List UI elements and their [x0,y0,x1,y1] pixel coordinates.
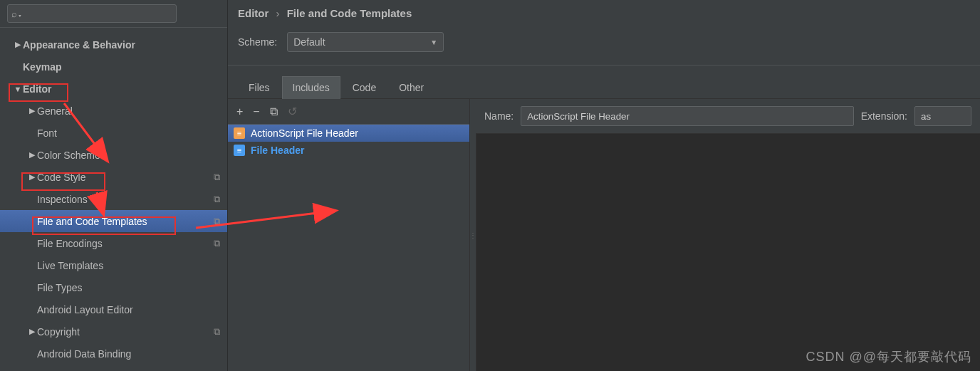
expand-icon: ▶ [27,150,37,160]
undo-button[interactable]: ↺ [288,105,297,118]
extension-label: Extension: [861,110,907,122]
sidebar-item-android-data-binding[interactable]: Android Data Binding [0,343,227,365]
sidebar-item-file-encodings[interactable]: File Encodings⧉ [0,232,227,254]
search-icon: ⌕▾ [11,9,23,19]
tab-other[interactable]: Other [388,76,434,98]
template-list: ≡ActionScript File Header≡File Header [228,125,469,371]
sidebar-item-label: Font [37,127,57,139]
search-input[interactable] [7,4,177,23]
sidebar-item-label: Live Templates [37,260,103,271]
expand-icon: ▶ [27,172,37,182]
breadcrumb-root[interactable]: Editor [238,7,269,19]
sidebar-item-color-scheme[interactable]: ▶Color Scheme [0,144,227,166]
detail-panel: Name: Extension: [476,99,980,371]
expand-icon: ▼ [13,85,23,93]
tab-files[interactable]: Files [238,76,281,98]
sidebar-item-editor[interactable]: ▼Editor [0,78,227,100]
sidebar-item-keymap[interactable]: Keymap [0,56,227,78]
sidebar-item-inspections[interactable]: Inspections⧉ [0,188,227,210]
name-input[interactable] [521,106,853,126]
expand-icon: ▶ [27,106,37,115]
sidebar-item-label: Editor [23,83,51,95]
extension-input[interactable] [914,106,971,126]
sidebar-item-copyright[interactable]: ▶Copyright⧉ [0,320,227,343]
breadcrumb: Editor › File and Code Templates [228,0,980,29]
file-name: ActionScript File Header [251,127,358,139]
sidebar-item-label: File Types [37,282,83,293]
settings-tree: ▶Appearance & BehaviorKeymap▼Editor▶Gene… [0,28,227,371]
sidebar-item-android-layout-editor[interactable]: Android Layout Editor [0,298,227,320]
sidebar-item-label: Android Layout Editor [37,304,133,315]
sidebar-item-label: Code Style [37,172,85,183]
file-icon: ≡ [234,127,245,139]
expand-icon: ▶ [13,40,23,49]
file-icon: ≡ [234,145,245,156]
tab-code[interactable]: Code [342,76,387,98]
copy-button[interactable]: ⧉ [270,105,278,118]
sidebar-item-label: General [37,105,73,117]
list-item[interactable]: ≡File Header [228,142,469,159]
settings-sidebar: ⌕▾ ▶Appearance & BehaviorKeymap▼Editor▶G… [0,0,228,371]
expand-icon: ▶ [27,327,37,336]
scope-icon: ⧉ [214,326,220,338]
chevron-right-icon: › [272,7,284,19]
scope-icon: ⧉ [214,238,220,249]
sidebar-item-label: File and Code Templates [37,216,147,227]
search-wrap: ⌕▾ [7,4,220,23]
sidebar-item-label: Color Scheme [37,150,100,161]
toolbar: + − ⧉ ↺ [228,99,469,125]
scope-icon: ⧉ [214,194,220,205]
sidebar-item-label: Inspections [37,194,88,205]
template-editor[interactable] [476,134,980,371]
name-label: Name: [484,110,514,122]
sidebar-item-general[interactable]: ▶General [0,100,227,122]
list-item[interactable]: ≡ActionScript File Header [228,125,469,142]
scheme-label: Scheme: [238,36,277,48]
main-panel: Editor › File and Code Templates Scheme:… [228,0,980,371]
add-button[interactable]: + [236,105,243,118]
scheme-select[interactable]: Default ▼ [287,32,444,52]
sidebar-item-label: Copyright [37,326,80,338]
sidebar-item-label: Keymap [23,61,61,73]
resize-grip[interactable]: ⋮ [470,99,476,371]
tabs: FilesIncludesCodeOther [228,75,980,99]
sidebar-item-font[interactable]: Font [0,122,227,144]
tab-includes[interactable]: Includes [282,76,340,99]
sidebar-item-code-style[interactable]: ▶Code Style⧉ [0,166,227,188]
sidebar-item-label: Appearance & Behavior [23,39,135,51]
sidebar-item-file-types[interactable]: File Types [0,276,227,298]
sidebar-item-live-templates[interactable]: Live Templates [0,254,227,276]
breadcrumb-page: File and Code Templates [287,7,412,19]
scope-icon: ⧉ [214,172,220,183]
sidebar-item-file-and-code-templates[interactable]: File and Code Templates⧉ [0,210,227,232]
template-list-panel: + − ⧉ ↺ ≡ActionScript File Header≡File H… [228,99,470,371]
remove-button[interactable]: − [253,105,259,118]
scope-icon: ⧉ [214,216,220,227]
sidebar-item-label: Android Data Binding [37,348,131,360]
sidebar-item-appearance-behavior[interactable]: ▶Appearance & Behavior [0,33,227,56]
chevron-down-icon: ▼ [430,38,437,46]
scheme-value: Default [293,36,325,48]
watermark: CSDN @@每天都要敲代码 [806,348,971,365]
sidebar-item-label: File Encodings [37,238,103,249]
file-name: File Header [251,145,304,156]
